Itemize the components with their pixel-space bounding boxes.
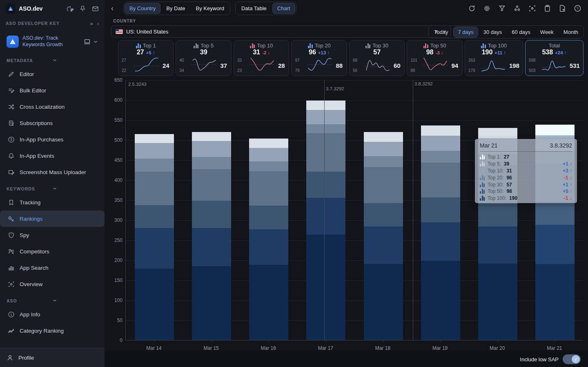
sidebar-item-bulk-editor[interactable]: Bulk Editor [0,82,105,98]
card-minmax: 4034 [179,57,189,74]
bar-segment-top-50 [364,226,403,264]
chevron-right-icon[interactable]: › [97,20,99,27]
stat-card-top-20[interactable]: Top 2096+13 ↑9779 88 [291,40,347,76]
sidebar-item-app-search[interactable]: App Search [0,260,105,276]
apps-icon[interactable] [513,4,521,12]
bar-segment-top-1 [421,125,460,136]
card-max: 33 [237,58,247,63]
mail-icon[interactable] [92,5,99,12]
tooltip-row-label: Top 1: [488,154,501,160]
sidebar-item-category-ranking[interactable]: Category Ranking [0,322,105,339]
sidebar-item-in-app-events[interactable]: In-App Events [0,148,105,164]
selected-app-card[interactable]: ASO.dev: Track Keywords Growth [4,33,100,50]
stat-card-top-5[interactable]: Top 5394034 37 [176,40,231,76]
rank-bucket-icon [480,189,485,194]
tab-by-keyword[interactable]: By Keyword [191,3,229,14]
sidebar-item-label: Tracking [20,199,40,206]
section-label: ASO [7,298,52,303]
tooltip-row-value: 96 [506,175,512,181]
tooltip-row-value: 190 [509,195,517,201]
cross-icon [7,103,15,110]
sidebar-item-label: Overview [20,281,42,287]
help-icon[interactable]: ? [573,4,581,12]
include-low-sap-toggle[interactable]: ✓ [563,354,581,364]
pin-icon[interactable] [79,5,86,12]
chevron-down-icon[interactable] [52,298,98,304]
sidebar-item-screenshot-mass-uploader[interactable]: Screenshot Mass Uploader [0,164,105,180]
dev-key-label: ASO DEVELOPER KEY [6,21,86,26]
country-select[interactable]: US: United States ✕ [111,25,451,38]
chart-plot[interactable]: 2.5.32433.7.32923.8.3292 [125,80,583,340]
scan-icon[interactable] [528,4,536,12]
stat-card-top-100[interactable]: Top 100190+11 ↑263179 198 [465,40,523,76]
sidebar-item-in-app-purchases[interactable]: $In-App Purchases [0,131,105,148]
scandot-icon [7,280,15,288]
stacked-bar-mar-14[interactable] [135,134,174,340]
collapse-all-icon[interactable]: » [90,20,93,27]
chevron-down-icon[interactable] [93,39,98,44]
settings-icon[interactable] [483,4,491,12]
back-chevron-icon[interactable]: ‹ [111,4,118,13]
x-axis-tick [498,340,498,342]
rank-bucket-icon [481,43,486,48]
sidebar-item-rankings[interactable]: Rankings [0,210,105,227]
chevron-down-icon[interactable] [52,186,98,192]
card-average: 198 [509,62,519,69]
stat-card-top-1[interactable]: Top 127+5 ↑2722 24 [118,40,174,76]
bar-segment-top-20 [192,169,231,201]
bulk-icon [7,87,15,94]
filter-icon[interactable] [498,4,506,12]
sidebar-item-profile[interactable]: Profile [0,348,105,367]
bar-segment-top-20 [306,133,345,172]
range-7-days[interactable]: 7 days [453,27,478,38]
sidebar-item-overview[interactable]: Overview [0,276,105,292]
card-title: Top 10 [257,43,273,49]
tab-data-table[interactable]: Data Table [236,3,272,14]
range-60-days[interactable]: 60 days [507,27,535,38]
range-month[interactable]: Month [559,27,583,38]
chart-gridline [126,100,583,101]
range-30-days[interactable]: 30 days [479,27,507,38]
chevron-down-icon[interactable] [52,58,98,63]
tooltip-row-top-5-: Top 5:39+1 ↑ [480,161,572,168]
sidebar-item-app-info[interactable]: App Info [0,306,105,322]
stat-card-top-30[interactable]: Top 30576856 60 [349,40,405,76]
sidebar-item-cross-localization[interactable]: Cross Localization [0,98,105,115]
stat-card-total[interactable]: Total538+24 ↑598503 531 [525,40,584,76]
stacked-bar-mar-17[interactable] [306,101,345,340]
pencil-icon [7,70,15,78]
x-axis-label: Mar 18 [354,345,412,351]
tab-by-date[interactable]: By Date [161,3,190,14]
card-value-row: 39 [179,49,227,56]
stacked-bar-mar-16[interactable] [249,139,288,340]
main-area: ‹ By CountryBy DateBy Keyword Data Table… [105,0,588,367]
sidebar-item-tracking[interactable]: Tracking [0,194,105,210]
workflow-icon[interactable] [67,5,74,12]
stacked-bar-mar-18[interactable] [364,132,403,340]
range-week[interactable]: Week [536,27,558,38]
device-icon[interactable] [84,38,91,45]
range-today[interactable]: Today [430,27,453,38]
rank-bucket-icon [365,43,370,48]
tab-chart[interactable]: Chart [272,3,295,14]
include-low-sap-label: Include low SAP [520,356,559,363]
tooltip-row-delta: -1 ↓ [564,175,572,181]
refresh-icon[interactable] [468,4,476,12]
sidebar-item-subscriptions[interactable]: $Subscriptions [0,115,105,131]
export-icon[interactable] [558,4,566,12]
sidebar-item-competitors[interactable]: Competitors [0,243,105,260]
card-sparkline [306,56,333,75]
chart-gridline [126,80,583,81]
tab-by-country[interactable]: By Country [125,3,160,14]
sidebar-item-editor[interactable]: Editor [0,66,105,82]
stacked-bar-mar-15[interactable] [192,132,231,340]
card-title-row: Top 50 [410,43,459,49]
stat-card-top-10[interactable]: Top 1031-2 ↓3323 28 [234,40,289,76]
version-annotation-label: 3.7.3292 [326,86,344,91]
sidebar-item-spy[interactable]: !Spy [0,227,105,243]
stat-card-top-50[interactable]: Top 5098-3 ↓10188 94 [407,40,462,76]
stacked-bar-mar-19[interactable] [421,125,460,340]
card-minmax: 10188 [410,57,420,74]
card-value-row: 538+24 ↑ [529,49,580,56]
clipboard-icon[interactable] [543,4,551,12]
